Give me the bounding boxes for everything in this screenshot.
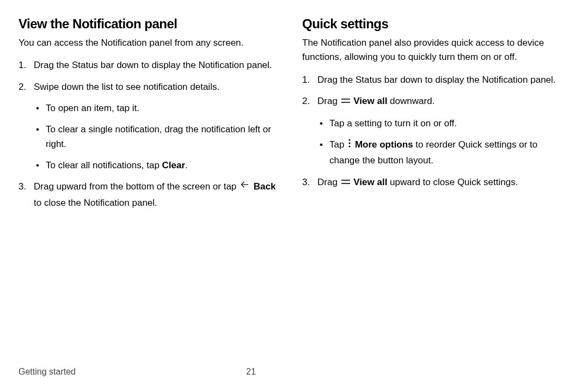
- footer-page-number: 21: [246, 367, 256, 377]
- left-sub-2: To clear a single notification, drag the…: [34, 122, 286, 151]
- left-sub-1: To open an item, tap it.: [34, 101, 286, 115]
- left-substeps: To open an item, tap it. To clear a sing…: [34, 101, 286, 173]
- page-footer: Getting started 21: [19, 367, 569, 377]
- right-sub-2: Tap More options to reorder Quick settin…: [317, 137, 569, 168]
- left-step-2-text: Swipe down the list to see notification …: [34, 82, 219, 92]
- right-sub-1: Tap a setting to turn it on or off.: [317, 116, 569, 131]
- left-heading: View the Notification panel: [19, 16, 286, 32]
- left-step-3-pre: Drag upward from the bottom of the scree…: [34, 182, 239, 192]
- right-step-2-post: downward.: [387, 96, 434, 106]
- left-sub-3-pre: To clear all notifications, tap: [46, 160, 162, 170]
- right-step-3-post: upward to close Quick settings.: [387, 177, 518, 187]
- right-steps: Drag the Status bar down to display the …: [302, 72, 569, 191]
- left-step-3-bold: Back: [254, 182, 276, 192]
- right-step-3: Drag View all upward to close Quick sett…: [302, 175, 569, 191]
- left-step-1: Drag the Status bar down to display the …: [19, 58, 286, 72]
- svg-point-5: [349, 146, 351, 148]
- right-step-3-pre: Drag: [317, 177, 340, 187]
- right-step-1: Drag the Status bar down to display the …: [302, 72, 569, 87]
- right-step-3-bold: View all: [353, 177, 387, 187]
- right-substeps: Tap a setting to turn it on or off. Tap …: [317, 116, 569, 168]
- view-all-icon: [341, 94, 350, 108]
- footer-section: Getting started: [19, 367, 76, 376]
- right-heading: Quick settings: [302, 16, 569, 32]
- view-all-icon: [341, 175, 350, 189]
- left-sub-3-bold: Clear: [162, 160, 186, 170]
- right-step-2-pre: Drag: [317, 96, 340, 106]
- left-sub-3: To clear all notifications, tap Clear.: [34, 158, 286, 173]
- right-column: Quick settings The Notification panel al…: [302, 16, 569, 217]
- left-intro: You can access the Notification panel fr…: [19, 36, 286, 50]
- right-sub-2-bold: More options: [355, 139, 413, 150]
- left-step-3-post: to close the Notification panel.: [34, 198, 157, 208]
- left-step-3: Drag upward from the bottom of the scree…: [19, 179, 286, 210]
- more-options-icon: [348, 137, 351, 152]
- right-sub-2-pre: Tap: [329, 139, 347, 150]
- right-step-2: Drag View all downward. Tap a setting to…: [302, 94, 569, 168]
- left-step-2: Swipe down the list to see notification …: [19, 79, 286, 173]
- left-sub-3-post: .: [185, 160, 188, 170]
- left-steps: Drag the Status bar down to display the …: [19, 58, 286, 210]
- right-intro: The Notification panel also provides qui…: [302, 36, 569, 65]
- right-step-2-bold: View all: [353, 96, 387, 106]
- left-column: View the Notification panel You can acce…: [19, 16, 286, 217]
- svg-point-3: [349, 139, 351, 141]
- svg-point-4: [349, 143, 351, 144]
- back-arrow-icon: [240, 179, 250, 194]
